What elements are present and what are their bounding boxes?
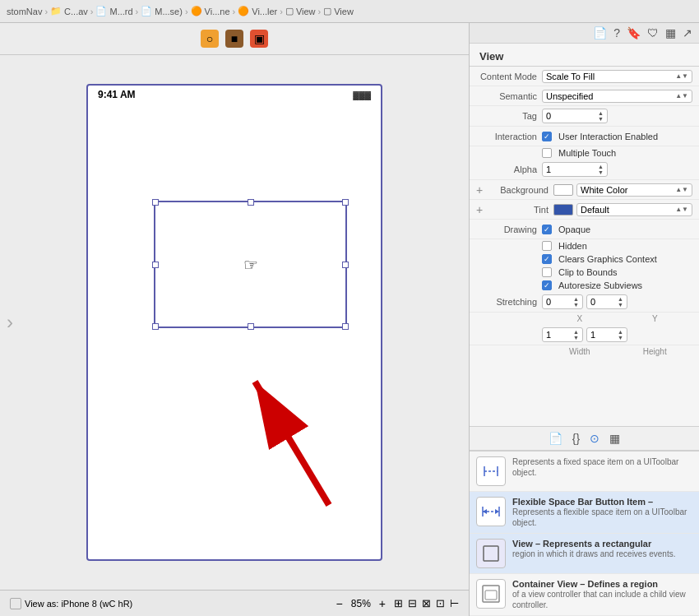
handle-bottom-right[interactable] xyxy=(342,323,349,330)
cursor-icon: ☞ xyxy=(243,255,258,275)
view-icon-7: ▢ xyxy=(323,6,331,16)
alpha-up[interactable]: ▲ xyxy=(598,164,604,169)
tint-plus[interactable]: + xyxy=(476,203,488,216)
tint-swatch[interactable] xyxy=(553,204,573,215)
breadcrumb-item-0[interactable]: stomNav xyxy=(7,7,42,16)
alpha-down[interactable]: ▼ xyxy=(598,169,604,175)
lib-flex-space-icon xyxy=(476,497,506,526)
stretch-h-value: 1 xyxy=(590,330,595,340)
breadcrumb-item-5[interactable]: 🟠 Vi...ler xyxy=(238,6,277,16)
sh-up[interactable]: ▲ xyxy=(618,329,623,335)
sy-up[interactable]: ▲ xyxy=(618,296,623,302)
height-label: Height xyxy=(643,347,667,356)
sx-up[interactable]: ▲ xyxy=(573,296,579,302)
panel-grid2-icon[interactable]: ▦ xyxy=(609,432,620,445)
breadcrumb-label-5: Vi...ler xyxy=(252,7,277,16)
alpha-input[interactable]: 1 ▲ ▼ xyxy=(542,162,608,177)
bottom-icon-1[interactable]: ⊞ xyxy=(394,597,403,609)
tint-value-container: Default ▲▼ xyxy=(553,203,692,216)
lib-item-view[interactable]: View – Represents a rectangular region i… xyxy=(470,534,699,574)
lib-item-flexible-space[interactable]: Flexible Space Bar Button Item – Represe… xyxy=(470,492,699,534)
breadcrumb-item-1[interactable]: 📁 C...av xyxy=(50,6,88,16)
breadcrumb-item-6[interactable]: ▢ View xyxy=(285,6,316,16)
clears-graphics-checkbox[interactable]: ✓ xyxy=(542,254,552,264)
clip-bounds-checkbox[interactable] xyxy=(542,267,552,277)
lib-container-icon xyxy=(476,579,506,609)
folder-icon-1: 📁 xyxy=(50,6,62,16)
sw-down[interactable]: ▼ xyxy=(573,335,579,340)
panel-circle-icon[interactable]: ⊙ xyxy=(590,432,599,445)
background-select[interactable]: White Color ▲▼ xyxy=(576,183,692,197)
handle-middle-left[interactable] xyxy=(152,262,159,268)
autoresize-checkbox[interactable]: ✓ xyxy=(542,280,552,290)
alpha-stepper[interactable]: ▲ ▼ xyxy=(598,164,604,175)
bottom-bar-right: − 85% + ⊞ ⊟ ⊠ ⊡ ⊢ xyxy=(333,597,459,610)
stretch-h-input[interactable]: 1 ▲▼ xyxy=(586,327,627,342)
panel-shield-icon[interactable]: 🛡 xyxy=(647,26,659,39)
user-interaction-label: User Interaction Enabled xyxy=(558,132,658,141)
lib-item-fixed-space[interactable]: Represents a fixed space item on a UIToo… xyxy=(470,452,699,492)
stretch-x-input[interactable]: 0 ▲▼ xyxy=(542,294,583,309)
panel-bookmark-icon[interactable]: 🔖 xyxy=(627,26,641,39)
sy-down[interactable]: ▼ xyxy=(618,302,623,308)
breadcrumb-item-7[interactable]: ▢ View xyxy=(323,6,354,16)
toolbar-icon-grid[interactable]: ▣ xyxy=(250,30,268,48)
panel-help-icon[interactable]: ? xyxy=(613,26,620,39)
content-mode-value: Scale To Fill ▲▼ xyxy=(542,70,692,83)
content-mode-select[interactable]: Scale To Fill ▲▼ xyxy=(542,70,692,83)
panel-doc-icon[interactable]: 📄 xyxy=(549,432,562,445)
panel-code-icon[interactable]: {} xyxy=(572,432,580,445)
hidden-checkbox[interactable] xyxy=(542,241,552,251)
stretch-y-input[interactable]: 0 ▲▼ xyxy=(586,294,627,309)
battery-icon: ▓▓▓ xyxy=(353,90,371,100)
tag-up[interactable]: ▲ xyxy=(598,110,604,116)
bottom-icon-2[interactable]: ⊟ xyxy=(408,597,417,609)
toolbar-icon-device[interactable]: ■ xyxy=(225,30,243,48)
semantic-value: Unspecified ▲▼ xyxy=(542,90,692,103)
breadcrumb-item-3[interactable]: 📄 M...se) xyxy=(141,6,183,16)
handle-bottom-center[interactable] xyxy=(248,323,254,330)
stretch-w-input[interactable]: 1 ▲▼ xyxy=(542,327,583,342)
background-swatch[interactable] xyxy=(553,184,573,196)
panel-layout-icon[interactable]: ▦ xyxy=(665,26,676,39)
semantic-select[interactable]: Unspecified ▲▼ xyxy=(542,90,692,103)
handle-top-right[interactable] xyxy=(342,199,349,206)
tag-input[interactable]: 0 ▲ ▼ xyxy=(542,109,608,123)
handle-top-center[interactable] xyxy=(248,199,254,206)
semantic-arrow: ▲▼ xyxy=(675,92,688,100)
toolbar-icon-add[interactable]: ○ xyxy=(201,30,219,48)
y-label: Y xyxy=(652,314,658,323)
multiple-touch-label: Multiple Touch xyxy=(558,148,616,158)
multiple-touch-row: Multiple Touch xyxy=(470,146,699,160)
sx-down[interactable]: ▼ xyxy=(573,302,579,308)
zoom-minus-button[interactable]: − xyxy=(333,597,346,610)
top-icon-bar: 📄 ? 🔖 🛡 ▦ ↗ xyxy=(470,23,699,44)
bottom-icon-4[interactable]: ⊡ xyxy=(436,597,445,609)
handle-middle-right[interactable] xyxy=(342,262,349,268)
content-mode-arrow: ▲▼ xyxy=(675,72,688,80)
sw-up[interactable]: ▲ xyxy=(573,329,579,335)
background-plus[interactable]: + xyxy=(476,183,488,197)
tint-select[interactable]: Default ▲▼ xyxy=(576,203,692,216)
selected-view[interactable]: ☞ xyxy=(154,201,347,328)
panel-file-icon[interactable]: 📄 xyxy=(593,26,607,39)
tag-down[interactable]: ▼ xyxy=(598,116,604,122)
lib-item-container-view[interactable]: Container View – Defines a region of a v… xyxy=(470,574,699,616)
bottom-icon-5[interactable]: ⊢ xyxy=(450,597,459,609)
sh-down[interactable]: ▼ xyxy=(618,335,623,340)
view-as-label: View as: iPhone 8 (wC hR) xyxy=(25,599,132,609)
opaque-checkbox[interactable]: ✓ xyxy=(542,225,552,234)
zoom-plus-button[interactable]: + xyxy=(376,597,389,610)
autoresize-label: Autoresize Subviews xyxy=(558,280,642,290)
breadcrumb-item-4[interactable]: 🟠 Vi...ne xyxy=(191,6,230,16)
breadcrumb-item-2[interactable]: 📄 M...rd xyxy=(95,6,132,16)
tag-stepper[interactable]: ▲ ▼ xyxy=(598,110,604,122)
autoresize-row: ✓ Autoresize Subviews xyxy=(470,279,699,292)
panel-arrow-icon[interactable]: ↗ xyxy=(683,26,692,39)
interaction-values: ✓ User Interaction Enabled xyxy=(542,132,692,141)
handle-top-left[interactable] xyxy=(152,199,159,206)
handle-bottom-left[interactable] xyxy=(152,323,159,330)
user-interaction-checkbox[interactable]: ✓ xyxy=(542,132,552,141)
multiple-touch-checkbox[interactable] xyxy=(542,148,552,158)
bottom-icon-3[interactable]: ⊠ xyxy=(422,597,431,609)
